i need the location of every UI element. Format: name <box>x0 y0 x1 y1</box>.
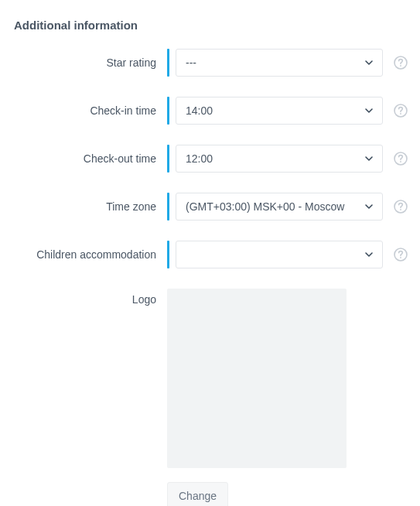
control-check-in: 14:00 <box>167 97 408 125</box>
label-star-rating: Star rating <box>12 54 167 71</box>
label-time-zone: Time zone <box>12 198 167 215</box>
accent-bar <box>167 97 169 125</box>
control-check-out: 12:00 <box>167 145 408 173</box>
dropdown-children-accommodation[interactable] <box>176 241 383 268</box>
section-title: Additional information <box>12 19 408 32</box>
dropdown-value: 14:00 <box>176 97 383 125</box>
logo-placeholder <box>167 289 347 468</box>
accent-bar <box>167 49 169 77</box>
dropdown-time-zone[interactable]: (GMT+03:00) MSK+00 - Moscow <box>176 193 383 221</box>
dropdown-star-rating[interactable]: --- <box>176 49 383 77</box>
row-star-rating: Star rating --- <box>12 49 408 77</box>
svg-point-7 <box>400 209 401 210</box>
help-icon[interactable] <box>394 104 408 118</box>
row-logo: Logo Change <box>12 289 408 506</box>
help-icon[interactable] <box>394 152 408 166</box>
dropdown-value: --- <box>176 49 383 77</box>
help-icon[interactable] <box>394 248 408 262</box>
row-time-zone: Time zone (GMT+03:00) MSK+00 - Moscow <box>12 193 408 221</box>
row-children-accommodation: Children accommodation <box>12 241 408 268</box>
row-check-in: Check-in time 14:00 <box>12 97 408 125</box>
svg-point-9 <box>400 257 401 258</box>
row-check-out: Check-out time 12:00 <box>12 145 408 173</box>
label-logo: Logo <box>12 289 167 308</box>
svg-point-1 <box>400 65 401 67</box>
label-check-out: Check-out time <box>12 150 167 167</box>
control-star-rating: --- <box>167 49 408 77</box>
accent-bar <box>167 145 169 173</box>
accent-bar <box>167 193 169 221</box>
dropdown-value: (GMT+03:00) MSK+00 - Moscow <box>176 193 383 221</box>
dropdown-value <box>176 241 383 268</box>
svg-point-5 <box>400 161 401 162</box>
change-button[interactable]: Change <box>167 482 228 506</box>
help-icon[interactable] <box>394 56 408 70</box>
control-logo: Change <box>167 289 408 506</box>
svg-point-3 <box>400 113 401 115</box>
control-time-zone: (GMT+03:00) MSK+00 - Moscow <box>167 193 408 221</box>
dropdown-check-in[interactable]: 14:00 <box>176 97 383 125</box>
label-children-accommodation: Children accommodation <box>12 246 167 263</box>
help-icon[interactable] <box>394 200 408 214</box>
dropdown-value: 12:00 <box>176 145 383 173</box>
label-check-in: Check-in time <box>12 102 167 119</box>
control-children-accommodation <box>167 241 408 268</box>
accent-bar <box>167 241 169 268</box>
dropdown-check-out[interactable]: 12:00 <box>176 145 383 173</box>
